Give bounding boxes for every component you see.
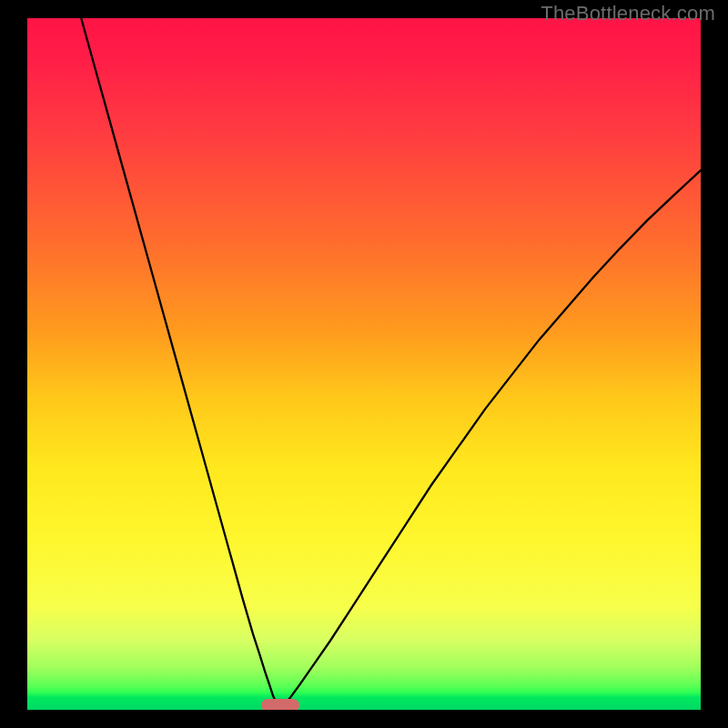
curve-svg bbox=[27, 18, 701, 710]
watermark-text: TheBottleneck.com bbox=[541, 2, 715, 25]
min-marker bbox=[261, 699, 299, 710]
plot-area bbox=[27, 18, 701, 710]
chart-frame: TheBottleneck.com bbox=[0, 0, 728, 728]
curve-right-branch bbox=[280, 170, 702, 710]
curve-left-branch bbox=[81, 18, 279, 710]
